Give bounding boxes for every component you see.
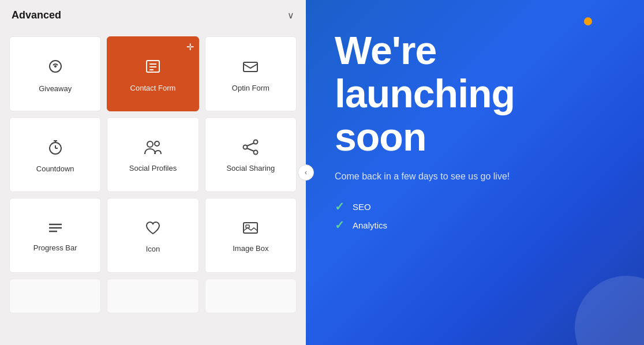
svg-point-16 — [254, 151, 258, 155]
widget-tile-contact-form[interactable]: ✛ Contact Form — [107, 36, 199, 111]
widget-tile-partial-1[interactable] — [9, 279, 101, 313]
heading-line3: soon — [335, 115, 426, 159]
icon-widget-icon — [144, 220, 162, 239]
social-profiles-icon — [144, 139, 162, 158]
giveaway-label: Giveaway — [39, 84, 72, 93]
heading-line1: We're — [335, 28, 436, 72]
social-sharing-label: Social Sharing — [226, 164, 275, 172]
feature-item-analytics: ✓ Analytics — [335, 218, 615, 232]
left-panel: Advanced ∨ Giveaway ✛ — [0, 0, 306, 345]
icon-widget-label: Icon — [146, 245, 160, 253]
feature-list: ✓ SEO ✓ Analytics — [335, 200, 615, 232]
feature-item-seo: ✓ SEO — [335, 200, 615, 213]
giveaway-icon — [46, 57, 65, 78]
check-icon-analytics: ✓ — [335, 218, 345, 232]
svg-point-14 — [254, 140, 258, 144]
right-panel: We're launching soon Come back in a few … — [306, 0, 644, 345]
widget-tile-partial-2[interactable] — [107, 279, 199, 313]
widget-tile-countdown[interactable]: Countdown — [9, 117, 101, 192]
svg-point-12 — [147, 141, 153, 147]
orange-dot — [584, 17, 592, 25]
heading-line2: launching — [335, 72, 515, 115]
image-box-icon — [242, 220, 259, 238]
image-box-label: Image Box — [233, 244, 268, 253]
move-cursor-icon: ✛ — [186, 42, 194, 52]
progress-bar-label: Progress Bar — [33, 243, 77, 252]
panel-header: Advanced ∨ — [0, 0, 306, 31]
contact-form-icon — [144, 58, 162, 78]
collapse-arrow-icon: ‹ — [305, 168, 307, 177]
white-blob — [575, 276, 644, 345]
svg-line-17 — [247, 143, 254, 146]
panel-title: Advanced — [12, 9, 61, 21]
svg-point-1 — [54, 65, 57, 68]
widget-grid: Giveaway ✛ Contact Form Optin — [0, 31, 306, 319]
chevron-down-icon[interactable]: ∨ — [287, 10, 294, 21]
collapse-panel-button[interactable]: ‹ — [298, 164, 314, 181]
progress-bar-icon — [47, 221, 64, 238]
widget-tile-social-profiles[interactable]: Social Profiles — [107, 117, 199, 192]
check-icon-seo: ✓ — [335, 200, 345, 213]
widget-tile-icon[interactable]: Icon — [107, 198, 199, 273]
svg-point-13 — [155, 141, 159, 146]
feature-label-analytics: Analytics — [353, 220, 387, 230]
hero-subtext: Come back in a few days to see us go liv… — [335, 170, 531, 183]
svg-rect-6 — [244, 62, 257, 72]
social-sharing-icon — [242, 139, 259, 158]
widget-tile-giveaway[interactable]: Giveaway — [9, 36, 101, 111]
svg-line-18 — [247, 148, 254, 151]
optin-form-label: Optin Form — [232, 84, 269, 92]
widget-tile-progress-bar[interactable]: Progress Bar — [9, 198, 101, 273]
contact-form-label: Contact Form — [130, 84, 176, 92]
widget-tile-image-box[interactable]: Image Box — [205, 198, 297, 273]
widget-tile-optin-form[interactable]: Optin Form — [205, 36, 297, 111]
countdown-icon — [47, 138, 64, 159]
widget-tile-partial-3[interactable] — [205, 279, 297, 313]
widget-tile-social-sharing[interactable]: Social Sharing — [205, 117, 297, 192]
social-profiles-label: Social Profiles — [129, 164, 177, 172]
feature-label-seo: SEO — [353, 202, 371, 212]
countdown-label: Countdown — [36, 164, 74, 173]
svg-point-15 — [244, 145, 248, 149]
optin-form-icon — [242, 58, 259, 78]
hero-heading: We're launching soon — [335, 29, 615, 158]
